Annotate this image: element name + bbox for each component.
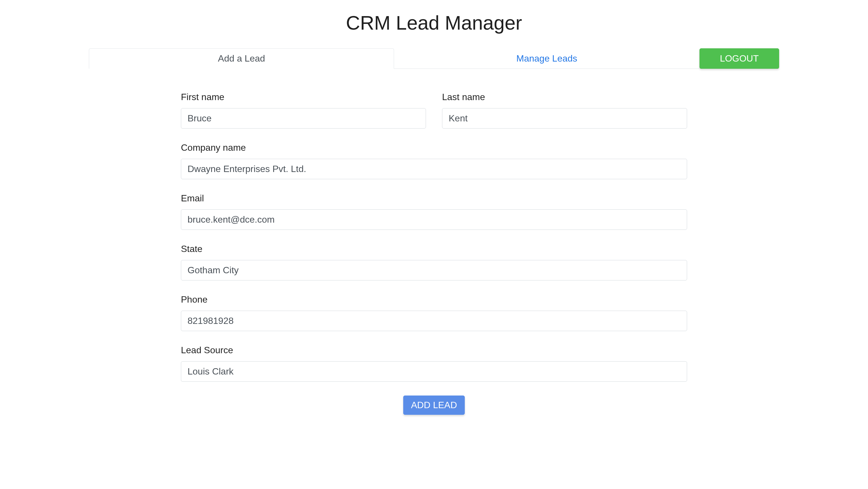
email-input[interactable]: [181, 209, 687, 230]
add-lead-form: First name Last name Company name Email …: [181, 92, 687, 415]
company-name-label: Company name: [181, 142, 687, 153]
last-name-input[interactable]: [442, 108, 687, 129]
phone-input[interactable]: [181, 311, 687, 331]
logout-button[interactable]: LOGOUT: [700, 48, 779, 69]
lead-source-input[interactable]: [181, 361, 687, 382]
state-label: State: [181, 244, 687, 254]
nav-tabs: Add a Lead Manage Leads LOGOUT: [89, 48, 779, 69]
first-name-input[interactable]: [181, 108, 426, 129]
add-lead-button[interactable]: ADD LEAD: [403, 396, 465, 415]
email-label: Email: [181, 193, 687, 204]
phone-label: Phone: [181, 294, 687, 305]
tab-add-lead[interactable]: Add a Lead: [89, 48, 394, 69]
state-input[interactable]: [181, 260, 687, 280]
page-title: CRM Lead Manager: [89, 11, 779, 34]
first-name-label: First name: [181, 92, 426, 102]
tab-manage-leads[interactable]: Manage Leads: [394, 48, 699, 69]
lead-source-label: Lead Source: [181, 345, 687, 356]
company-name-input[interactable]: [181, 159, 687, 179]
last-name-label: Last name: [442, 92, 687, 102]
